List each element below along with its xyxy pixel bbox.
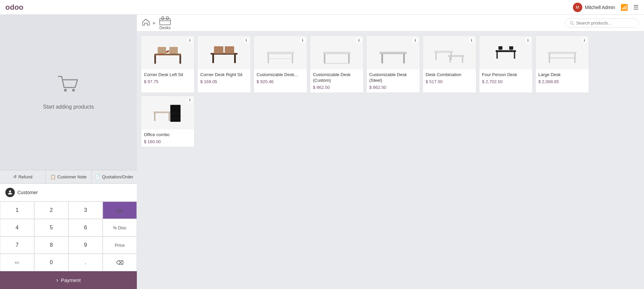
refund-button[interactable]: ↺ Refund xyxy=(0,170,46,183)
svg-rect-28 xyxy=(381,54,383,63)
numpad-1[interactable]: 1 xyxy=(0,201,34,219)
customer-label: Customer xyxy=(17,190,38,195)
user-name: Mitchell Admin xyxy=(585,5,615,10)
search-icon xyxy=(570,21,574,25)
svg-rect-26 xyxy=(348,54,350,63)
product-card-5[interactable]: ℹ Customizable Desk (Steel) $ 862.50 xyxy=(366,36,420,93)
product-info-btn-3[interactable]: ℹ xyxy=(300,37,306,43)
numpad-dot[interactable]: . xyxy=(68,254,103,271)
product-info-btn-8[interactable]: ℹ xyxy=(581,37,587,43)
product-image-6 xyxy=(423,36,476,69)
svg-rect-19 xyxy=(225,46,234,54)
product-card-4[interactable]: ℹ Customizable Desk (Custom) $ 862.50 xyxy=(310,36,364,93)
numpad-6[interactable]: 6 xyxy=(68,219,103,236)
product-card-1[interactable]: ℹ Corner Desk Left Sit $ 97.75 xyxy=(141,36,195,93)
product-card-8[interactable]: ℹ Large Desk $ 2,068.85 xyxy=(535,36,589,93)
svg-rect-16 xyxy=(212,55,214,63)
product-info-btn-2[interactable]: ℹ xyxy=(243,37,249,43)
breadcrumb-category-name: Desks xyxy=(159,25,170,30)
svg-rect-13 xyxy=(158,47,166,54)
product-info-5: Customizable Desk (Steel) $ 862.50 xyxy=(367,69,420,93)
product-name-6: Desk Combination xyxy=(426,72,473,78)
numpad-qty[interactable]: Qty xyxy=(103,201,137,219)
product-image-4 xyxy=(310,36,363,69)
product-price-2: $ 169.05 xyxy=(200,79,248,84)
product-name-8: Large Desk xyxy=(538,72,586,78)
product-price-4: $ 862.50 xyxy=(313,85,361,90)
product-name-5: Customizable Desk (Steel) xyxy=(369,72,417,83)
numpad-backspace[interactable]: ⌫ xyxy=(103,254,137,271)
svg-rect-31 xyxy=(435,53,437,60)
product-grid: ℹ Corner Desk Left Sit $ 97.75 xyxy=(137,32,644,151)
svg-rect-48 xyxy=(154,113,155,121)
menu-icon[interactable]: ☰ xyxy=(633,4,639,11)
product-card-3[interactable]: ℹ Customizable Desk... $ 920.46 xyxy=(254,36,307,93)
user-menu[interactable]: M Mitchell Admin xyxy=(573,3,615,12)
customer-button[interactable]: Customer xyxy=(0,184,137,201)
product-info-btn-7[interactable]: ℹ xyxy=(525,37,531,43)
numpad-4[interactable]: 4 xyxy=(0,219,34,236)
svg-rect-34 xyxy=(449,57,451,63)
product-info-btn-9[interactable]: ℹ xyxy=(187,97,193,103)
svg-point-0 xyxy=(64,89,67,92)
numpad-7[interactable]: 7 xyxy=(0,236,34,254)
product-name-7: Four Person Desk xyxy=(482,72,530,78)
quotation-order-label: Quotation/Order xyxy=(102,174,133,179)
numpad-9[interactable]: 9 xyxy=(68,236,103,254)
customer-note-button[interactable]: 📋 Customer Note xyxy=(46,170,91,183)
topbar: odoo M Mitchell Admin 📶 ☰ xyxy=(0,0,644,15)
svg-rect-46 xyxy=(549,58,576,58)
svg-rect-24 xyxy=(323,52,350,54)
product-info-btn-6[interactable]: ℹ xyxy=(469,37,475,43)
product-info-7: Four Person Desk $ 2,702.50 xyxy=(479,69,532,87)
product-card-6[interactable]: ℹ Desk Combination $ 517.50 xyxy=(423,36,476,93)
numpad-disc[interactable]: % Disc xyxy=(103,219,137,236)
product-image-9 xyxy=(141,96,194,129)
product-price-8: $ 2,068.85 xyxy=(538,79,586,84)
breadcrumb-home[interactable] xyxy=(142,19,150,27)
product-price-3: $ 920.46 xyxy=(257,79,304,84)
numpad-2[interactable]: 2 xyxy=(34,201,68,219)
refund-icon: ↺ xyxy=(13,174,17,179)
quotation-order-button[interactable]: 📄 Quotation/Order xyxy=(92,170,137,183)
payment-arrow-icon: › xyxy=(56,277,58,284)
product-card-9[interactable]: ℹ Office combo $ 160.00 xyxy=(141,96,195,147)
product-info-8: Large Desk $ 2,068.85 xyxy=(536,69,589,87)
numpad-8[interactable]: 8 xyxy=(34,236,68,254)
svg-rect-17 xyxy=(234,55,236,63)
order-area: Start adding products xyxy=(0,15,137,170)
numpad-grid: 1 2 3 Qty 4 5 6 % Disc 7 8 9 Price +/- 0… xyxy=(0,201,137,271)
product-info-btn-1[interactable]: ℹ xyxy=(187,37,193,43)
product-image-5 xyxy=(367,36,420,69)
product-name-9: Office combo xyxy=(144,132,192,138)
product-price-5: $ 862.50 xyxy=(369,85,417,90)
product-card-7[interactable]: ℹ Four Person Desk $ 2,702. xyxy=(479,36,533,93)
left-panel: Start adding products ↺ Refund 📋 Custome… xyxy=(0,15,137,289)
app-logo: odoo xyxy=(5,3,23,12)
svg-rect-18 xyxy=(214,46,223,54)
payment-button[interactable]: › Payment xyxy=(0,271,137,289)
svg-rect-25 xyxy=(324,54,325,63)
main-layout: Start adding products ↺ Refund 📋 Custome… xyxy=(0,0,644,289)
numpad-5[interactable]: 5 xyxy=(34,219,68,236)
product-card-2[interactable]: ℹ Corner Desk Right Sit $ 169.05 xyxy=(197,36,251,93)
product-info-3: Customizable Desk... $ 920.46 xyxy=(254,69,307,87)
numpad-plusminus[interactable]: +/- xyxy=(0,254,34,271)
svg-rect-14 xyxy=(169,47,178,54)
numpad-price[interactable]: Price xyxy=(103,236,137,254)
action-buttons: ↺ Refund 📋 Customer Note 📄 Quotation/Ord… xyxy=(0,170,137,183)
product-info-btn-4[interactable]: ℹ xyxy=(356,37,362,43)
product-info-1: Corner Desk Left Sit $ 97.75 xyxy=(141,69,194,87)
product-price-1: $ 97.75 xyxy=(144,79,192,84)
search-input[interactable] xyxy=(576,20,634,25)
numpad-3[interactable]: 3 xyxy=(68,201,103,219)
product-price-9: $ 160.00 xyxy=(144,139,192,144)
numpad-0[interactable]: 0 xyxy=(34,254,68,271)
product-info-btn-5[interactable]: ℹ xyxy=(412,37,418,43)
search-container[interactable] xyxy=(565,18,639,27)
svg-rect-36 xyxy=(496,50,516,52)
customer-icon xyxy=(5,188,15,197)
product-browser-header: ▶ Desks xyxy=(137,15,644,32)
breadcrumb-category[interactable]: Desks xyxy=(159,16,171,30)
quotation-icon: 📄 xyxy=(95,174,100,179)
